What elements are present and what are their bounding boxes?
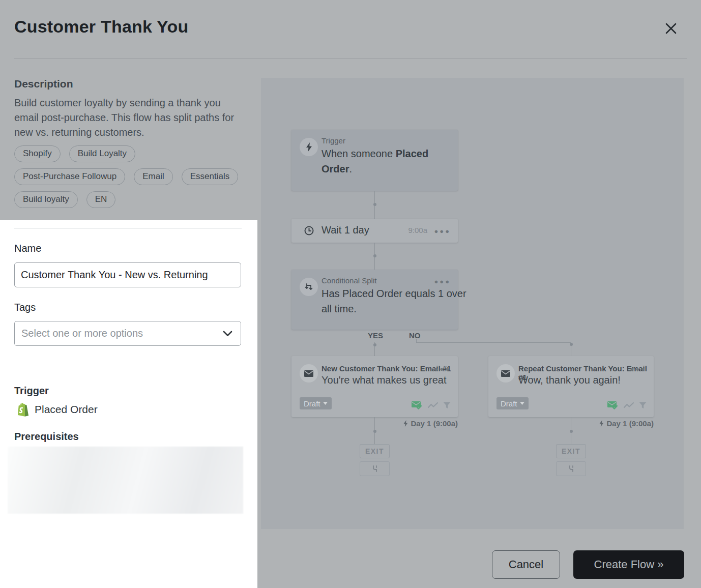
template-tag: Essentials — [182, 168, 238, 185]
cancel-button[interactable]: Cancel — [492, 550, 560, 579]
header-divider — [14, 58, 687, 59]
connector-dot — [373, 203, 376, 206]
status-badge[interactable]: Draft — [496, 397, 529, 409]
connector-dot — [373, 343, 376, 346]
email-node-subject: You're what makes us great — [322, 374, 446, 386]
flow-node-wait[interactable]: Wait 1 day 9:00a ●●● — [291, 219, 458, 243]
branch-label-yes: YES — [366, 331, 385, 340]
shopify-icon — [16, 402, 29, 417]
chevron-down-icon — [223, 331, 232, 337]
tags-select[interactable]: Select one or more options — [14, 321, 241, 346]
caret-down-icon — [520, 402, 524, 405]
email-node-icons — [412, 401, 451, 410]
connector-dot — [570, 430, 573, 433]
email-node-icons — [607, 401, 647, 410]
close-button[interactable] — [661, 19, 681, 39]
flow-node-trigger[interactable]: Trigger When someone Placed Order. — [291, 130, 458, 191]
connector-dot — [570, 343, 573, 346]
description-heading: Description — [14, 78, 73, 90]
description-body: Build customer loyalty by sending a than… — [14, 96, 236, 140]
clock-icon — [304, 226, 314, 236]
flow-node-email-repeat-customer[interactable]: Repeat Customer Thank You: Email #1 ●●● … — [488, 356, 654, 417]
branch-split-icon — [371, 465, 378, 472]
email-sent-check-icon — [412, 401, 423, 410]
analytics-wave-icon — [428, 402, 438, 409]
flow-connector — [416, 342, 571, 343]
email-schedule-label: Day 1 (9:00a) — [377, 419, 458, 428]
trigger-integration-name: Placed Order — [35, 403, 98, 416]
connector-dot — [373, 430, 376, 433]
trigger-integration-row: Placed Order — [16, 402, 98, 417]
email-schedule-label: Day 1 (9:00a) — [573, 419, 654, 428]
node-main-text: Has Placed Order equals 1 over all time. — [322, 286, 472, 316]
flow-node-email-new-customer[interactable]: New Customer Thank You: Email #1 ●●● You… — [291, 356, 458, 417]
flow-name-input[interactable] — [14, 262, 241, 287]
connector-dot — [373, 254, 376, 257]
email-node-subject: Wow, thank you again! — [518, 374, 621, 386]
branch-label-no: NO — [407, 331, 422, 340]
tags-select-placeholder: Select one or more options — [21, 328, 143, 339]
settings-panel: Name Tags Select one or more options Tri… — [0, 220, 257, 588]
lightning-bolt-icon — [599, 420, 604, 427]
name-label: Name — [14, 243, 41, 254]
wait-node-time: 9:00a — [408, 226, 427, 234]
add-branch-button[interactable] — [360, 461, 390, 476]
tags-label: Tags — [14, 302, 36, 313]
panel-divider — [14, 228, 242, 229]
email-icon — [300, 364, 318, 383]
caret-down-icon — [323, 402, 328, 405]
prerequisites-heading: Prerequisites — [14, 431, 79, 443]
close-icon — [663, 21, 679, 36]
template-tag: Email — [134, 168, 173, 185]
node-type-label: Trigger — [322, 136, 345, 145]
trigger-section-heading: Trigger — [14, 385, 49, 397]
template-tag: Build loyalty — [14, 191, 78, 208]
template-tag-list: Shopify Build Loyalty Post-Purchase Foll… — [14, 145, 243, 208]
node-menu-button[interactable]: ●●● — [434, 278, 451, 285]
analytics-wave-icon — [624, 402, 634, 409]
node-menu-button[interactable]: ●●● — [434, 365, 451, 373]
exit-node: EXIT — [556, 444, 586, 458]
wait-node-label: Wait 1 day — [322, 224, 369, 236]
template-tag: EN — [86, 191, 116, 208]
filter-funnel-icon — [443, 402, 451, 409]
lightning-bolt-icon — [403, 420, 408, 427]
node-menu-button[interactable]: ●●● — [434, 227, 451, 235]
create-flow-button[interactable]: Create Flow » — [573, 550, 684, 579]
page-title: Customer Thank You — [14, 17, 188, 37]
branch-split-icon — [568, 465, 575, 472]
email-sent-check-icon — [607, 401, 619, 410]
node-menu-button[interactable]: ●●● — [630, 365, 647, 373]
add-branch-button[interactable] — [556, 461, 586, 476]
template-tag: Post-Purchase Followup — [14, 168, 125, 185]
lightning-bolt-icon — [300, 138, 318, 156]
split-branch-icon — [300, 278, 318, 296]
filter-funnel-icon — [639, 402, 647, 409]
node-main-text: When someone Placed Order. — [322, 146, 459, 177]
email-icon — [496, 364, 515, 383]
prerequisites-blurred-content — [8, 447, 243, 514]
node-type-label: Conditional Split — [322, 276, 376, 285]
status-badge[interactable]: Draft — [300, 397, 332, 409]
template-tag: Shopify — [14, 145, 61, 162]
flow-node-conditional-split[interactable]: Conditional Split ●●● Has Placed Order e… — [291, 270, 458, 330]
exit-node: EXIT — [360, 444, 390, 458]
flow-preview-canvas: Trigger When someone Placed Order. Wait … — [261, 78, 684, 529]
email-node-title: New Customer Thank You: Email #1 — [322, 364, 451, 373]
template-tag: Build Loyalty — [69, 145, 135, 162]
